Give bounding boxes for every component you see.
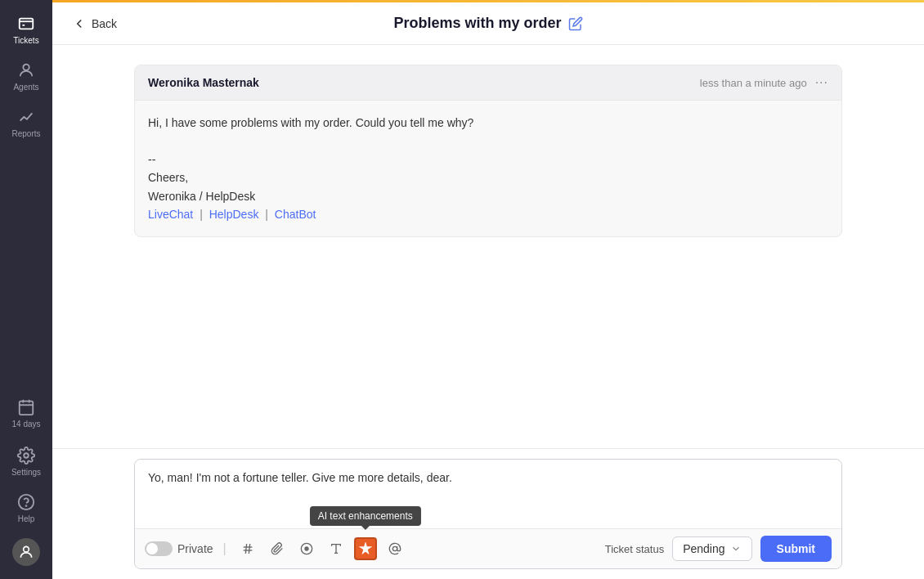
chat-area: Weronika Masternak less than a minute ag… xyxy=(52,45,924,448)
svg-rect-0 xyxy=(20,19,34,29)
page-title: Problems with my order xyxy=(72,15,904,32)
edit-title-button[interactable] xyxy=(568,16,583,31)
hash-button[interactable] xyxy=(236,537,259,560)
sidebar-bottom: 14 days Settings Help xyxy=(0,390,52,572)
svg-point-8 xyxy=(24,453,29,458)
mention-button[interactable] xyxy=(384,537,406,560)
private-toggle-group: Private xyxy=(145,541,213,556)
message-sender: Weronika Masternak xyxy=(148,76,259,89)
status-dropdown[interactable]: Pending xyxy=(672,536,751,561)
back-button[interactable]: Back xyxy=(72,16,117,31)
message-meta: less than a minute ago ··· xyxy=(700,75,828,90)
message-cheers: Cheers, xyxy=(148,168,828,186)
ai-icon xyxy=(359,542,372,555)
sidebar-item-help[interactable]: Help xyxy=(0,485,52,532)
trial-days-label: 14 days xyxy=(11,420,40,429)
submit-button[interactable]: Submit xyxy=(760,536,832,562)
svg-point-17 xyxy=(305,547,308,550)
main-panel: Back Problems with my order Weronika Mas… xyxy=(52,0,924,579)
message-card: Weronika Masternak less than a minute ag… xyxy=(134,65,842,237)
message-timestamp: less than a minute ago xyxy=(700,77,807,89)
settings-icon xyxy=(17,447,35,465)
at-icon xyxy=(388,542,401,555)
sidebar-label-help: Help xyxy=(18,514,35,523)
reports-icon xyxy=(17,108,35,126)
message-more-button[interactable]: ··· xyxy=(815,75,828,90)
message-separator: -- xyxy=(148,150,828,168)
sidebar: Tickets Agents Reports 14 days xyxy=(0,0,52,579)
sidebar-label-agents: Agents xyxy=(13,83,38,92)
message-signature: Weronika / HelpDesk xyxy=(148,187,828,205)
svg-line-14 xyxy=(245,544,246,554)
compose-box: Private | xyxy=(134,459,842,569)
attach-icon xyxy=(271,542,284,555)
back-label: Back xyxy=(92,17,117,30)
svg-point-10 xyxy=(26,505,27,506)
message-line1: Hi, I have some problems with my order. … xyxy=(148,114,828,132)
link-livechat[interactable]: LiveChat xyxy=(148,208,193,221)
sidebar-item-trial[interactable]: 14 days xyxy=(0,390,52,438)
ai-button-container: AI text enhancements xyxy=(354,537,377,560)
attach-button[interactable] xyxy=(266,537,289,560)
private-label: Private xyxy=(177,542,213,555)
compose-input[interactable] xyxy=(135,460,841,525)
hash-icon xyxy=(241,542,254,555)
svg-point-20 xyxy=(392,546,397,550)
toolbar-separator-1: | xyxy=(223,541,227,556)
toolbar-right: Ticket status Pending Submit xyxy=(605,536,832,562)
sidebar-item-reports[interactable]: Reports xyxy=(0,100,52,146)
chevron-down-icon xyxy=(730,543,742,554)
sidebar-label-reports: Reports xyxy=(11,129,40,138)
text-format-button[interactable] xyxy=(325,537,348,560)
help-icon xyxy=(17,493,35,511)
ai-enhance-button[interactable] xyxy=(354,537,377,560)
private-toggle[interactable] xyxy=(145,541,173,556)
sidebar-label-settings: Settings xyxy=(11,468,41,477)
svg-point-11 xyxy=(24,546,29,552)
sidebar-item-tickets[interactable]: Tickets xyxy=(0,7,52,53)
tickets-icon xyxy=(17,15,35,33)
agents-icon xyxy=(17,61,35,79)
status-value: Pending xyxy=(683,542,724,555)
compose-area: Private | xyxy=(52,448,924,579)
message-links: LiveChat | HelpDesk | ChatBot xyxy=(148,205,828,223)
sidebar-item-settings[interactable]: Settings xyxy=(0,438,52,485)
edit-icon xyxy=(568,16,583,31)
sidebar-label-tickets: Tickets xyxy=(13,36,38,45)
ai-tooltip: AI text enhancements xyxy=(310,506,421,526)
svg-point-3 xyxy=(23,65,29,70)
message-header: Weronika Masternak less than a minute ag… xyxy=(135,65,841,101)
ticket-status-label: Ticket status xyxy=(605,543,664,555)
topbar: Back Problems with my order xyxy=(52,2,924,45)
back-arrow-icon xyxy=(72,16,87,31)
link-chatbot[interactable]: ChatBot xyxy=(275,208,316,221)
svg-line-15 xyxy=(249,544,249,554)
canned-response-button[interactable] xyxy=(295,537,318,560)
trial-icon xyxy=(17,398,35,416)
compose-toolbar: Private | xyxy=(135,528,841,568)
text-icon xyxy=(330,542,343,555)
svg-rect-4 xyxy=(20,402,34,415)
avatar[interactable] xyxy=(12,538,40,566)
link-helpdesk[interactable]: HelpDesk xyxy=(209,208,259,221)
canned-icon xyxy=(300,542,313,555)
message-body: Hi, I have some problems with my order. … xyxy=(135,101,841,236)
sidebar-item-agents[interactable]: Agents xyxy=(0,53,52,100)
